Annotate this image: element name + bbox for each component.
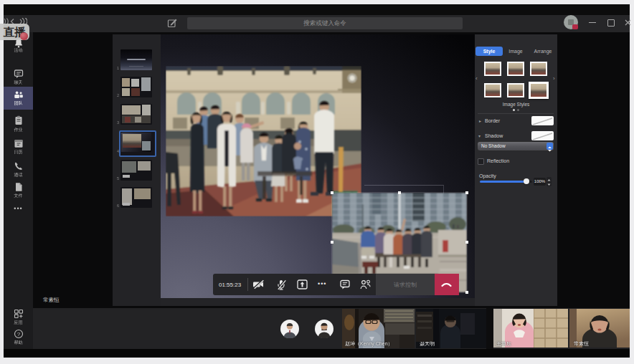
svg-text:?: ?: [17, 331, 21, 337]
